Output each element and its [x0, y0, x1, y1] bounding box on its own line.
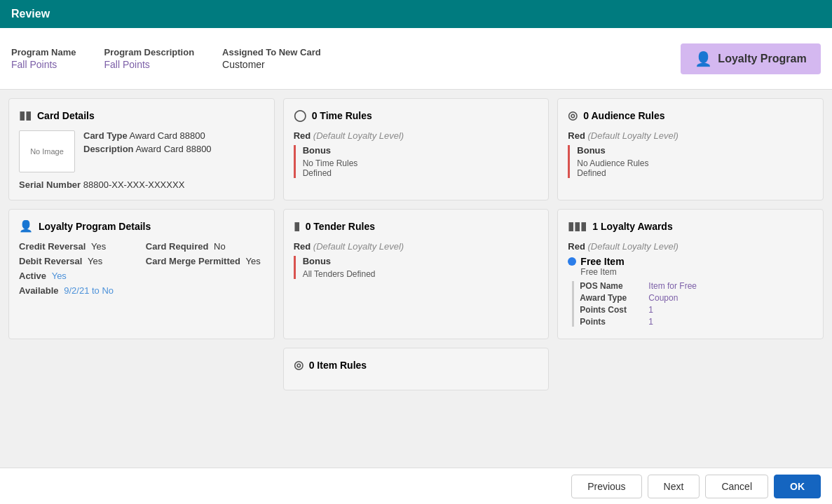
audience-rules-level: Red (Default Loyalty Level): [568, 130, 813, 141]
award-item: Free Item Free Item POS Name Item for Fr…: [568, 256, 813, 327]
loyalty-details-card: 👤 Loyalty Program Details Credit Reversa…: [8, 209, 275, 339]
assigned-value: Customer: [222, 59, 321, 70]
card-required-item: Card Required No: [146, 241, 264, 252]
loyalty-awards-card: ▮▮▮ 1 Loyalty Awards Red (Default Loyalt…: [557, 209, 824, 339]
audience-rules-card: ◎ 0 Audience Rules Red (Default Loyalty …: [557, 98, 824, 200]
program-desc-field: Program Description Fall Points: [104, 47, 194, 70]
audience-icon: ◎: [568, 109, 578, 122]
active-item: Active Yes: [19, 271, 264, 281]
next-button[interactable]: Next: [648, 475, 700, 498]
page-header: Review: [0, 0, 832, 28]
previous-button[interactable]: Previous: [571, 475, 641, 498]
header-title: Review: [11, 8, 50, 20]
program-name-field: Program Name Fall Points: [11, 47, 76, 70]
time-rules-level: Red (Default Loyalty Level): [294, 130, 539, 141]
loyalty-details-title: 👤 Loyalty Program Details: [19, 219, 264, 233]
footer: Previous Next Cancel OK: [0, 468, 832, 504]
item-rules-icon: ◎: [294, 358, 304, 372]
tender-rules-card: ▮ 0 Tender Rules Red (Default Loyalty Le…: [283, 209, 550, 339]
available-item: Available 9/2/21 to No: [19, 285, 264, 296]
info-fields: Program Name Fall Points Program Descrip…: [11, 47, 681, 70]
cancel-button[interactable]: Cancel: [705, 475, 768, 498]
time-rules-bonus: Bonus No Time Rules Defined: [294, 145, 539, 178]
description-row: Description Award Card 88800: [83, 144, 212, 154]
audience-rules-bonus: Bonus No Audience Rules Defined: [568, 145, 813, 178]
clock-icon: ◯: [294, 109, 306, 122]
points-cost-row: Points Cost 1: [580, 305, 813, 315]
info-bar: Program Name Fall Points Program Descrip…: [0, 28, 832, 90]
card-type-row: Card Type Award Card 88800: [83, 130, 212, 141]
blue-dot-icon: [568, 257, 576, 266]
item-rules-title: ◎ 0 Item Rules: [294, 358, 539, 372]
details-grid: Credit Reversal Yes Card Required No Deb…: [19, 241, 264, 296]
awards-level: Red (Default Loyalty Level): [568, 241, 813, 252]
credit-reversal-item: Credit Reversal Yes: [19, 241, 137, 252]
program-desc-value: Fall Points: [104, 59, 194, 70]
loyalty-btn-label: Loyalty Program: [718, 53, 806, 65]
tender-icon: ▮: [294, 219, 300, 233]
no-image-box: No Image: [19, 130, 75, 172]
program-name-label: Program Name: [11, 47, 76, 57]
person-icon: 👤: [695, 50, 712, 67]
loyalty-program-button[interactable]: 👤 Loyalty Program: [681, 43, 821, 74]
card-details-title: ▮▮ Card Details: [19, 109, 264, 122]
program-name-value: Fall Points: [11, 59, 76, 70]
award-type-row: Award Type Coupon: [580, 293, 813, 303]
card-merge-item: Card Merge Permitted Yes: [146, 256, 264, 266]
debit-reversal-item: Debit Reversal Yes: [19, 256, 137, 266]
time-rules-title: ◯ 0 Time Rules: [294, 109, 539, 122]
card-info: Card Type Award Card 88800 Description A…: [83, 130, 212, 172]
serial-row: Serial Number 88800-XX-XXX-XXXXXX: [19, 179, 264, 190]
main-content: ▮▮ Card Details No Image Card Type Award…: [0, 90, 832, 468]
award-details: POS Name Item for Free Award Type Coupon…: [572, 281, 813, 327]
card-details-card: ▮▮ Card Details No Image Card Type Award…: [8, 98, 275, 200]
tender-rules-title: ▮ 0 Tender Rules: [294, 219, 539, 233]
scroll-area: ▮▮ Card Details No Image Card Type Award…: [0, 90, 832, 468]
time-rules-card: ◯ 0 Time Rules Red (Default Loyalty Leve…: [283, 98, 550, 200]
card-icon: ▮▮: [19, 109, 32, 122]
loyalty-icon: 👤: [19, 219, 33, 233]
ok-button[interactable]: OK: [774, 475, 821, 498]
awards-icon: ▮▮▮: [568, 219, 587, 233]
card-details-content: No Image Card Type Award Card 88800 Desc…: [19, 130, 264, 172]
audience-rules-title: ◎ 0 Audience Rules: [568, 109, 813, 122]
assigned-field: Assigned To New Card Customer: [222, 47, 321, 70]
tender-rules-level: Red (Default Loyalty Level): [294, 241, 539, 252]
pos-name-row: POS Name Item for Free: [580, 281, 813, 291]
award-header: Free Item: [568, 256, 813, 267]
points-row: Points 1: [580, 317, 813, 327]
program-desc-label: Program Description: [104, 47, 194, 57]
loyalty-awards-title: ▮▮▮ 1 Loyalty Awards: [568, 219, 813, 233]
tender-rules-bonus: Bonus All Tenders Defined: [294, 256, 539, 279]
assigned-label: Assigned To New Card: [222, 47, 321, 57]
item-rules-card: ◎ 0 Item Rules: [283, 348, 550, 390]
